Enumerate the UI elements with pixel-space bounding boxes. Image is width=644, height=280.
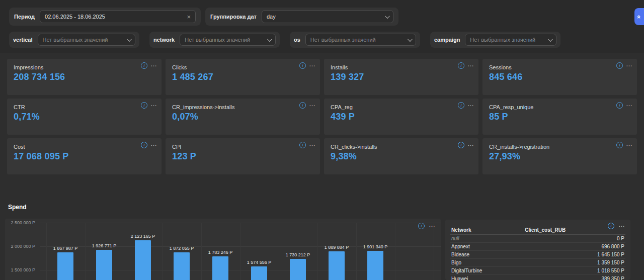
v-gridline [395, 223, 395, 280]
ellipsis-icon[interactable]: … [626, 60, 633, 68]
v-gridline [240, 223, 240, 280]
info-icon[interactable]: i [458, 102, 464, 109]
kpi-card-CR_clicks->installs: CR_clicks->installsi…9,38% [324, 138, 478, 174]
spend-bar[interactable] [57, 252, 73, 280]
info-icon[interactable]: i [299, 62, 306, 69]
bar-value-label: 1 872 055 P [170, 246, 194, 251]
ellipsis-icon[interactable]: … [150, 60, 157, 68]
v-gridline [279, 223, 279, 280]
spend-bar[interactable] [329, 251, 345, 280]
network-cell: Huawei [450, 275, 524, 280]
ellipsis-icon[interactable]: … [309, 60, 316, 68]
ellipsis-icon[interactable]: … [626, 140, 633, 147]
kpi-card-CPA_resp_unique: CPA_resp_uniquei…85 P [482, 99, 637, 135]
filter-label-network: network [153, 37, 175, 43]
kpi-title: Sessions [489, 64, 630, 70]
info-icon[interactable]: i [616, 102, 623, 109]
kpi-title: CR_impressions->installs [172, 104, 313, 110]
info-icon[interactable]: i [418, 223, 425, 229]
ellipsis-icon[interactable]: … [467, 140, 474, 147]
ellipsis-icon[interactable]: … [309, 100, 316, 108]
spend-bar[interactable] [96, 250, 112, 280]
table-row[interactable]: Bigo1 359 150 P [450, 259, 625, 267]
chevron-down-icon [548, 37, 553, 42]
spend-bar[interactable] [174, 252, 190, 280]
filter-group-vertical: verticalНет выбранных значений [9, 32, 139, 48]
cost-cell: 1 645 150 P [524, 251, 625, 259]
bar-value-label: 1 926 771 P [92, 243, 117, 248]
filter-select-os[interactable]: Нет выбранных значений [305, 34, 416, 46]
column-header-network[interactable]: Network [450, 226, 524, 235]
chevron-down-icon [385, 14, 390, 19]
filter-group-os: osНет выбранных значений [290, 32, 420, 48]
spend-bar[interactable] [251, 266, 267, 280]
network-cell: null [450, 235, 524, 243]
v-gridline [124, 223, 124, 280]
spend-bar[interactable] [212, 256, 228, 280]
info-icon[interactable]: i [458, 142, 464, 148]
y-axis-label: 2 500 000 P [5, 220, 35, 225]
info-icon[interactable]: i [141, 62, 147, 69]
table-row[interactable]: DigitalTurbine1 018 550 P [450, 267, 625, 275]
kpi-title: CR_installs->registration [489, 144, 630, 150]
dimension-filter-row: verticalНет выбранных значенийnetworkНет… [9, 32, 560, 48]
date-grouping-label: Группировка дат [210, 14, 257, 20]
spend-bar[interactable] [367, 251, 383, 280]
kpi-title: CPI [172, 144, 313, 150]
kpi-card-CPI: CPIi…123 P [166, 138, 320, 174]
v-gridline [163, 223, 163, 280]
filter-placeholder: Нет выбранных значений [310, 37, 376, 43]
filter-select-campaign[interactable]: Нет выбранных значений [465, 34, 556, 46]
info-icon[interactable]: i [616, 142, 623, 148]
network-cell: DigitalTurbine [450, 267, 524, 275]
kpi-card-Clicks: Clicksi…1 485 267 [166, 59, 320, 95]
table-row[interactable]: Bidease1 645 150 P [450, 251, 625, 259]
collapse-filters-button[interactable]: « [634, 8, 644, 25]
period-filter-group: Период 02.06.2025 - 18.06.2025 × [9, 8, 201, 26]
kpi-value: 845 646 [489, 72, 630, 82]
table-row[interactable]: null0 P [450, 235, 625, 243]
ellipsis-icon[interactable]: … [626, 100, 633, 108]
spend-bar[interactable] [290, 259, 306, 280]
ellipsis-icon[interactable]: … [309, 140, 316, 147]
y-axis-label: 2 000 000 P [5, 244, 35, 249]
spend-section-title: Spend [8, 204, 27, 211]
filter-select-vertical[interactable]: Нет выбранных значений [38, 34, 135, 46]
table-row[interactable]: Huawei389 350 P [450, 275, 625, 280]
ellipsis-icon[interactable]: … [429, 221, 436, 228]
ellipsis-icon[interactable]: … [618, 221, 625, 228]
spend-bar[interactable] [135, 240, 151, 280]
network-cell: Bidease [450, 251, 524, 259]
v-gridline [356, 223, 357, 280]
table-row[interactable]: Appnext696 800 P [450, 243, 625, 251]
info-icon[interactable]: i [141, 102, 147, 109]
kpi-card-CR_impressions->installs: CR_impressions->installsi…0,07% [166, 99, 320, 135]
period-input[interactable]: 02.06.2025 - 18.06.2025 × [40, 10, 196, 23]
filter-select-network[interactable]: Нет выбранных значений [180, 34, 276, 46]
ellipsis-icon[interactable]: … [150, 140, 157, 147]
v-gridline [85, 223, 86, 280]
clear-icon[interactable]: × [187, 14, 191, 20]
ellipsis-icon[interactable]: … [150, 100, 157, 108]
info-icon[interactable]: i [608, 223, 614, 229]
kpi-card-Impressions: Impressionsi…208 734 156 [7, 59, 162, 95]
bar-value-label: 1 730 212 P [286, 252, 310, 257]
chevron-down-icon [127, 37, 132, 42]
info-icon[interactable]: i [299, 102, 306, 109]
cost-cell: 1 018 550 P [524, 267, 625, 275]
info-icon[interactable]: i [141, 142, 147, 148]
date-grouping-select[interactable]: day [262, 10, 393, 23]
date-grouping-group: Группировка дат day [205, 8, 398, 26]
kpi-value: 0,71% [14, 112, 155, 122]
ellipsis-icon[interactable]: … [467, 60, 474, 68]
info-icon[interactable]: i [458, 62, 464, 69]
info-icon[interactable]: i [616, 62, 623, 69]
bar-value-label: 1 783 246 P [208, 250, 233, 255]
kpi-title: CR_clicks->installs [331, 144, 472, 150]
cost-cell: 1 359 150 P [524, 259, 625, 267]
info-icon[interactable]: i [299, 142, 306, 148]
network-cell: Bigo [450, 259, 524, 267]
kpi-card-CPA_reg: CPA_regi…439 P [324, 99, 478, 135]
cost-cell: 696 800 P [524, 243, 625, 251]
ellipsis-icon[interactable]: … [467, 100, 474, 108]
